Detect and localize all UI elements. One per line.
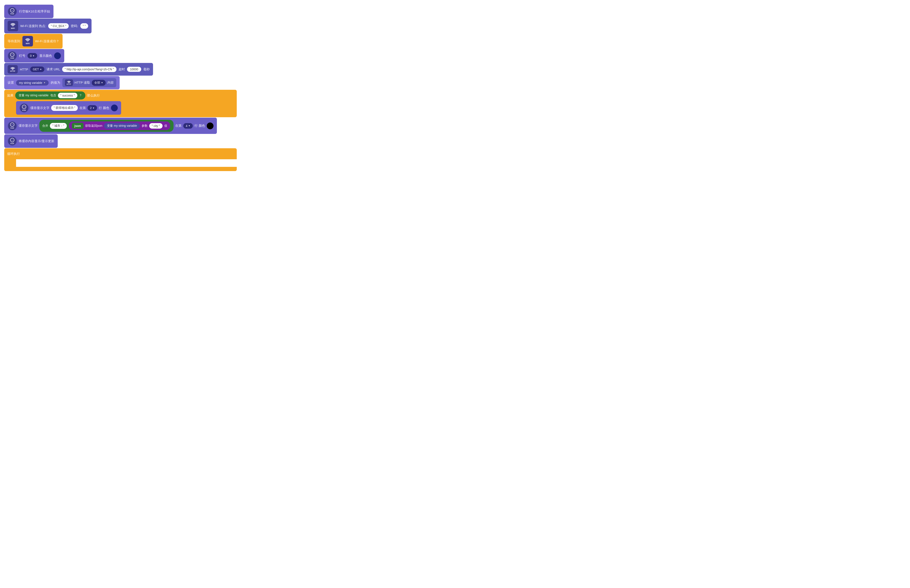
if-header: 如果 变量 my string variable 包含 " success " … xyxy=(4,90,237,101)
update-block: K10 将缓存内容显示/显示更新 xyxy=(4,134,58,148)
fetch-label: 获取返回json xyxy=(85,124,102,128)
inner-row-label: 在第 xyxy=(79,106,86,110)
k10-icon: K10 xyxy=(8,7,17,16)
cache-label: 缓存显示文字 xyxy=(19,124,37,128)
wifi-icon: WIFI xyxy=(8,21,18,31)
inner-row-dropdown[interactable]: 2 ▼ xyxy=(87,105,97,111)
http-icon: HTTP xyxy=(8,65,18,73)
start-label: 行空板K10主程序开始 xyxy=(19,10,50,13)
update-label: 将缓存内容显示/显示更新 xyxy=(19,139,54,143)
start-block: K10 行空板K10主程序开始 xyxy=(4,5,53,18)
loop-block: 循环执行 xyxy=(4,148,237,171)
loop-body xyxy=(16,159,237,167)
if-block: 如果 变量 my string variable 包含 " success " … xyxy=(4,90,237,117)
wait-label: 等待直到 xyxy=(8,39,20,43)
dropdown-arrow-5: ▼ xyxy=(92,107,95,109)
inner-color-circle[interactable] xyxy=(111,105,118,111)
json-badge: json xyxy=(72,123,84,129)
set-variable-block: 设置 my string variable ▼ 的值为 HTTP HTTP 读取… xyxy=(4,76,120,89)
var-label[interactable]: 变量 my string variable xyxy=(104,123,140,129)
light-block: K10 灯号 0 ▼ 显示颜色 xyxy=(4,49,64,63)
k10-light-icon: K10 xyxy=(8,51,17,60)
content-label: 内容 xyxy=(107,81,114,85)
cache-row-dropdown[interactable]: 4 ▼ xyxy=(183,123,193,129)
if-bottom-pad xyxy=(4,115,237,117)
json-fetch-block: json 获取返回json 变量 my string variable 参数 "… xyxy=(68,121,171,131)
dropdown-arrow-1: ▼ xyxy=(32,55,35,57)
combine-label: 合并 xyxy=(42,124,48,128)
url-label: 请求 URL xyxy=(47,67,60,71)
url-value[interactable]: " http://ip-api.com/json/?lang=zh-CN " xyxy=(62,66,117,72)
password-label: 密码: xyxy=(71,24,78,28)
then-label: 那么执行 xyxy=(87,94,100,98)
wifi-wait-icon: WIFI xyxy=(23,36,33,47)
wifi-connect-block: WIFI Wi-Fi 连接到 热点: " CU_fjGX " 密码: " " xyxy=(4,19,92,33)
dropdown-arrow-2: ▼ xyxy=(40,68,42,71)
k10-inner-icon: K10 xyxy=(19,103,29,113)
cache-row-label: 在第 xyxy=(175,124,181,128)
assign-label: 的值为 xyxy=(51,81,60,85)
if-inner-cache-block: K10 缓存显示文字 " 获得地址成功 " 在第 2 ▼ 行 颜色 xyxy=(16,101,121,115)
param-label: 参数 xyxy=(142,124,147,128)
value-label: 值 xyxy=(164,124,167,128)
cache-color-label: 行 颜色 xyxy=(194,124,205,128)
svg-point-1 xyxy=(68,82,69,83)
timeout-value[interactable]: 10000 xyxy=(127,67,141,72)
wifi-label-1: WIFI xyxy=(11,27,15,29)
condition-var: 变量 my string variable xyxy=(19,94,49,97)
dropdown-arrow-3: ▼ xyxy=(44,82,46,84)
wifi-label-2: WIFI xyxy=(26,42,30,45)
param-value[interactable]: " city " xyxy=(149,123,162,129)
cache-label-inner: 缓存显示文字 xyxy=(31,106,49,110)
k10-update-icon: K10 xyxy=(8,136,17,146)
dropdown-arrow-4: ▼ xyxy=(101,82,103,84)
http-request-block: HTTP HTTP GET ▼ 请求 URL " http://ip-api.c… xyxy=(4,63,153,76)
hotspot-value[interactable]: " CU_fjGX " xyxy=(48,23,69,29)
question-mark: ？ xyxy=(79,94,82,97)
wifi-condition: Wi-Fi 连接成功？ xyxy=(35,39,59,43)
read-option-dropdown[interactable]: 全部 ▼ xyxy=(92,80,106,86)
variable-dropdown[interactable]: my string variable ▼ xyxy=(16,80,49,86)
timeout-unit: 毫秒 xyxy=(143,67,150,71)
password-value[interactable]: " " xyxy=(80,23,88,29)
contains-value[interactable]: " success " xyxy=(58,93,78,98)
svg-point-0 xyxy=(12,69,13,70)
light-number-dropdown[interactable]: 0 ▼ xyxy=(28,53,37,58)
loop-bottom xyxy=(4,167,237,171)
k10-cache-icon: K10 xyxy=(8,121,17,131)
cache-color-circle[interactable] xyxy=(207,123,214,129)
blocks-container: K10 行空板K10主程序开始 WIFI Wi-Fi 连接到 热点: " CU_… xyxy=(4,4,237,171)
display-color-label: 显示颜色 xyxy=(39,54,52,58)
inner-color-label: 行 颜色 xyxy=(99,106,109,110)
timeout-label: 超时 xyxy=(118,67,125,71)
light-color-circle[interactable] xyxy=(54,52,61,59)
loop-header: 循环执行 xyxy=(4,148,237,159)
http-read-icon: HTTP xyxy=(65,79,73,86)
if-body: K10 缓存显示文字 " 获得地址成功 " 在第 2 ▼ 行 颜色 xyxy=(16,101,237,115)
city-prefix[interactable]: " 城市：" xyxy=(50,123,67,129)
if-condition: 变量 my string variable 包含 " success " ？ xyxy=(15,92,86,100)
contains-label: 包含 xyxy=(50,94,56,97)
combine-block: 合并 " 城市：" json 获取返回json 变量 my string var… xyxy=(39,120,173,132)
wait-block: 等待直到 WIFI Wi-Fi 连接成功？ xyxy=(4,34,63,48)
if-label: 如果 xyxy=(7,94,13,98)
loop-label: 循环执行 xyxy=(7,152,20,156)
http-method-dropdown[interactable]: GET ▼ xyxy=(30,66,44,72)
wifi-connect-label: Wi-Fi 连接到 热点: xyxy=(20,24,46,28)
dropdown-arrow-6: ▼ xyxy=(188,124,190,127)
read-label: HTTP 读取 xyxy=(74,81,90,85)
light-label: 灯号 xyxy=(19,54,25,58)
k10-label: K10 xyxy=(11,13,14,15)
inner-text-value[interactable]: " 获得地址成功 " xyxy=(51,105,78,111)
http-label: HTTP xyxy=(20,68,28,71)
http-read-subblock: HTTP HTTP 读取 全部 ▼ 内容 xyxy=(62,78,116,87)
cache-display-block: K10 缓存显示文字 合并 " 城市：" json 获取返回json 变量 my… xyxy=(4,118,217,134)
set-label: 设置 xyxy=(8,81,14,85)
